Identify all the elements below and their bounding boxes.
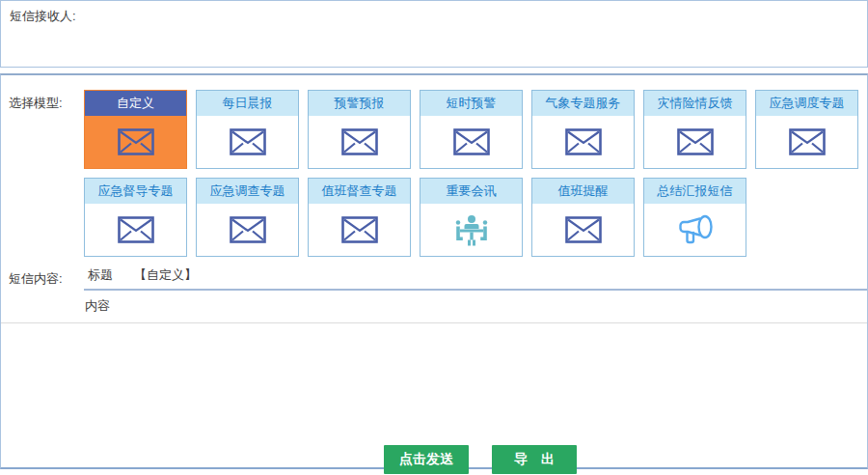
template-card-duty-inspection[interactable]: 值班督查专题 — [308, 178, 411, 257]
content-label: 短信内容: — [1, 265, 84, 288]
title-field-label: 标题 — [88, 267, 113, 282]
model-select-label: 选择模型: — [1, 90, 84, 112]
content-field[interactable]: 内容 — [1, 291, 867, 323]
template-card-summary-report[interactable]: 总结汇报短信 — [643, 178, 746, 257]
template-card-title: 值班督查专题 — [309, 179, 410, 204]
envelope-icon — [118, 128, 154, 155]
template-card-title: 灾情险情反馈 — [644, 91, 746, 116]
main-panel: 选择模型: 自定义 每日晨报 预警预报 — [0, 73, 868, 469]
sms-compose-page: 短信接收人: 选择模型: 自定义 每日晨报 预警预报 — [0, 0, 868, 469]
template-card-title: 应急督导专题 — [85, 179, 186, 204]
envelope-icon — [789, 128, 826, 155]
template-card-emergency-investigation[interactable]: 应急调查专题 — [196, 178, 299, 257]
template-card-weather-special-service[interactable]: 气象专题服务 — [531, 90, 635, 169]
recipient-input-area[interactable]: 短信接收人: — [0, 0, 868, 68]
template-card-title: 短时预警 — [420, 91, 522, 116]
export-button[interactable]: 导 出 — [492, 445, 577, 474]
template-grid: 自定义 每日晨报 预警预报 短时预警 — [84, 90, 867, 257]
template-card-duty-reminder[interactable]: 值班提醒 — [531, 178, 635, 257]
title-field[interactable]: 标题【自定义】 — [84, 265, 867, 291]
template-card-title: 气象专题服务 — [532, 91, 634, 116]
template-card-daily-morning-report[interactable]: 每日晨报 — [196, 90, 299, 169]
envelope-icon — [230, 128, 266, 155]
megaphone-icon — [674, 211, 717, 248]
title-field-value: 【自定义】 — [134, 267, 197, 282]
title-row: 短信内容: 标题【自定义】 — [1, 265, 867, 291]
template-card-title: 应急调度专题 — [756, 91, 857, 116]
template-card-title: 自定义 — [85, 91, 186, 116]
envelope-icon — [341, 128, 378, 155]
envelope-icon — [565, 128, 602, 155]
template-card-short-term-warning[interactable]: 短时预警 — [420, 90, 523, 169]
template-card-disaster-feedback[interactable]: 灾情险情反馈 — [643, 90, 746, 169]
envelope-icon — [565, 216, 602, 243]
envelope-icon — [230, 216, 266, 243]
sms-content-section: 短信内容: 标题【自定义】 内容 — [1, 265, 867, 323]
send-button[interactable]: 点击发送 — [384, 445, 469, 474]
envelope-icon — [118, 216, 154, 243]
template-card-title: 预警预报 — [309, 91, 410, 116]
template-card-title: 应急调查专题 — [197, 179, 298, 204]
recipient-label: 短信接收人: — [10, 9, 76, 23]
template-card-title: 每日晨报 — [197, 91, 298, 116]
template-card-warning-forecast[interactable]: 预警预报 — [308, 90, 411, 169]
action-buttons-row: 点击发送 导 出 — [1, 445, 867, 474]
envelope-icon — [453, 128, 490, 155]
model-select-row: 选择模型: 自定义 每日晨报 预警预报 — [1, 90, 867, 257]
envelope-icon — [341, 216, 378, 243]
content-field-label: 内容 — [85, 298, 110, 313]
meeting-icon — [452, 214, 491, 246]
template-card-title: 值班提醒 — [532, 179, 634, 204]
template-card-custom[interactable]: 自定义 — [84, 90, 187, 169]
template-card-important-meeting[interactable]: 重要会讯 — [420, 178, 523, 257]
envelope-icon — [677, 128, 714, 155]
template-card-emergency-dispatch[interactable]: 应急调度专题 — [755, 90, 858, 169]
template-card-title: 重要会讯 — [420, 179, 522, 204]
template-card-title: 总结汇报短信 — [644, 179, 746, 204]
template-card-emergency-supervision[interactable]: 应急督导专题 — [84, 178, 187, 257]
